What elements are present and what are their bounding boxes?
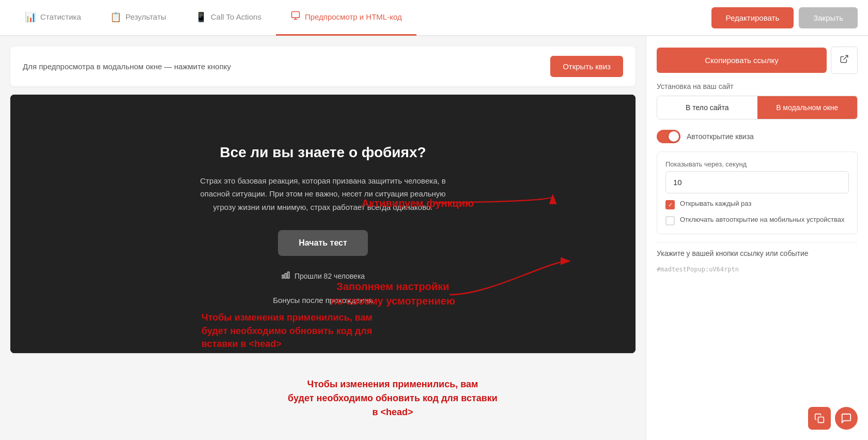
tab-results-label: Результаты [126, 12, 166, 21]
popup-id-row: #madtestPopup:uV64rptn [657, 266, 858, 273]
install-tab-body[interactable]: В тело сайта [657, 96, 757, 119]
auto-open-label: Автооткрытие квиза [687, 132, 754, 141]
tab-preview-label: Предпросмотр и HTML-код [305, 12, 402, 21]
auto-open-row: Автооткрытие квиза [657, 130, 858, 143]
top-nav: 📊 Статистика 📋 Результаты 📱 Call To Acti… [0, 0, 868, 36]
tab-statistics-label: Статистика [40, 12, 81, 21]
svg-rect-7 [818, 417, 824, 423]
floating-copy-button[interactable] [808, 407, 831, 430]
preview-icon [290, 10, 301, 23]
tab-preview[interactable]: Предпросмотр и HTML-код [276, 0, 416, 36]
show-after-label: Показывать через, секунд [665, 160, 849, 168]
tab-statistics[interactable]: 📊 Статистика [10, 0, 96, 36]
open-every-time-checkbox[interactable]: ✓ [665, 200, 675, 209]
open-quiz-button[interactable]: Открыть квиз [550, 56, 623, 77]
left-content: Для предпросмотра в модальном окне — наж… [0, 36, 646, 440]
svg-rect-1 [282, 275, 284, 278]
statistics-icon: 📊 [25, 11, 36, 23]
quiz-description: Страх это базовая реакция, которая призв… [199, 174, 447, 214]
svg-rect-2 [285, 274, 286, 278]
results-icon: 📋 [110, 11, 121, 23]
install-section: Установка на ваш сайт В тело сайта В мод… [657, 82, 858, 119]
svg-line-4 [844, 55, 848, 59]
toggle-thumb [669, 131, 679, 142]
quiz-preview-card: Все ли вы знаете о фобиях? Страх это баз… [10, 95, 636, 353]
svg-rect-3 [288, 272, 289, 278]
quiz-passed-text: Прошли 82 человека [295, 272, 365, 280]
tab-results[interactable]: 📋 Результаты [96, 0, 181, 36]
install-label: Установка на ваш сайт [657, 82, 858, 90]
chart-icon [281, 270, 290, 281]
quiz-title: Все ли вы знаете о фобиях? [199, 143, 447, 162]
disable-mobile-label: Отключать автооткрытие на мобильных устр… [680, 216, 844, 223]
main-layout: Для предпросмотра в модальном окне — наж… [0, 36, 868, 440]
chat-bubble[interactable] [835, 407, 858, 430]
cta-section: Укажите у вашей кнопки ссылку или событи… [657, 242, 858, 257]
quiz-preview-wrapper: Все ли вы знаете о фобиях? Страх это баз… [10, 95, 636, 353]
settings-box: Показывать через, секунд ✓ Открывать каж… [657, 151, 858, 234]
popup-id-text: #madtestPopup:uV64rptn [657, 266, 739, 273]
show-after-section: Показывать через, секунд [665, 160, 849, 193]
cta-section-label-text: Укажите у вашей кнопки ссылку или событи… [657, 249, 809, 257]
close-button[interactable]: Закрыть [799, 7, 858, 28]
disable-mobile-row: Отключать автооткрытие на мобильных устр… [665, 216, 849, 225]
open-every-time-row: ✓ Открывать каждый раз [665, 200, 849, 209]
cta-icon: 📱 [195, 11, 207, 23]
quiz-inner-content: Все ли вы знаете о фобиях? Страх это баз… [199, 143, 447, 315]
right-sidebar: Скопировать ссылку Установка на ваш сайт… [646, 36, 868, 440]
quiz-bonuses: Бонусы после прохождения [199, 296, 447, 305]
auto-open-toggle[interactable] [657, 130, 680, 143]
install-tabs: В тело сайта В модальном окне [657, 96, 858, 119]
preview-bar: Для предпросмотра в модальном окне — наж… [10, 47, 636, 86]
open-every-time-label: Открывать каждый раз [680, 200, 751, 207]
external-link-button[interactable] [831, 47, 858, 74]
nav-actions: Редактировать Закрыть [711, 7, 858, 28]
copy-link-row: Скопировать ссылку [657, 47, 858, 74]
disable-mobile-checkbox[interactable] [665, 216, 675, 225]
edit-button[interactable]: Редактировать [711, 7, 794, 28]
tab-cta[interactable]: 📱 Call To Actions [181, 0, 276, 36]
quiz-passed: Прошли 82 человека [199, 270, 447, 281]
show-after-input[interactable] [665, 171, 849, 193]
svg-rect-0 [291, 12, 299, 18]
preview-bar-text: Для предпросмотра в модальном окне — наж… [23, 62, 231, 71]
copy-link-button[interactable]: Скопировать ссылку [657, 48, 827, 73]
start-test-button[interactable]: Начать тест [278, 230, 368, 256]
quiz-preview-inner: Все ли вы знаете о фобиях? Страх это баз… [10, 95, 636, 353]
tab-cta-label: Call To Actions [211, 12, 261, 21]
install-tab-modal[interactable]: В модальном окне [757, 96, 858, 119]
